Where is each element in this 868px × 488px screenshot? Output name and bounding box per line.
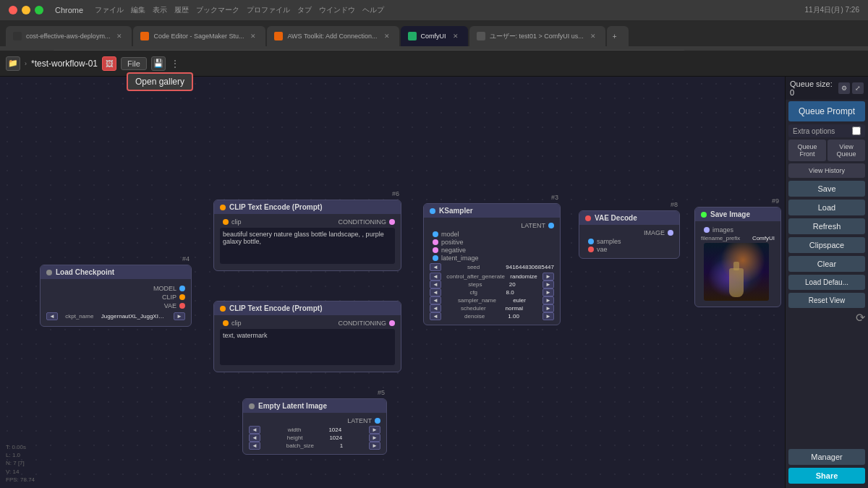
node-id-8: #8 — [671, 201, 678, 208]
model-connector — [179, 286, 185, 291]
node-body-checkpoint: MODEL CLIP VAE ◄ ckpt_name JuggernautXL_… — [41, 279, 191, 326]
node-header-checkpoint: Load Checkpoint — [41, 265, 191, 279]
width-prev[interactable]: ◄ — [249, 426, 260, 434]
denoise-prev[interactable]: ◄ — [430, 312, 441, 320]
height-prev[interactable]: ◄ — [249, 434, 260, 442]
latent-output — [375, 418, 380, 424]
tab-github[interactable]: cost-effective-aws-deploym... ✕ — [6, 26, 132, 46]
minimize-button[interactable] — [22, 6, 30, 14]
load-button[interactable]: Load — [788, 200, 865, 215]
queue-prompt-button[interactable]: Queue Prompt — [788, 101, 865, 121]
denoise-next[interactable]: ► — [542, 312, 554, 320]
node-title-checkpoint: Load Checkpoint — [56, 268, 114, 276]
node-dot-ksampler — [430, 208, 435, 214]
tab-close-comfy[interactable]: ✕ — [451, 31, 461, 41]
node-id-6: #6 — [392, 190, 399, 197]
extra-options-checkbox[interactable] — [852, 127, 861, 135]
node-vae-decode[interactable]: #8 VAE Decode IMAGE samples vae — [579, 210, 680, 259]
gallery-tooltip: Open gallery — [127, 72, 193, 91]
steps-next[interactable]: ► — [542, 281, 554, 288]
save-workflow-icon[interactable]: 💾 — [151, 56, 166, 71]
close-button[interactable] — [9, 6, 17, 14]
seed-prev[interactable]: ◄ — [430, 263, 441, 271]
sampler-next[interactable]: ► — [542, 296, 554, 304]
node-ksampler[interactable]: #3 KSampler LATENT model positive negati… — [423, 203, 561, 325]
cfg-prev[interactable]: ◄ — [430, 288, 441, 296]
scheduler-prev[interactable]: ◄ — [430, 304, 441, 312]
batch-next[interactable]: ► — [369, 442, 380, 450]
save-button[interactable]: Save — [788, 181, 865, 197]
tab-close-sagemaker[interactable]: ✕ — [248, 31, 258, 41]
k-positive — [433, 239, 438, 245]
clear-button[interactable]: Clear — [788, 256, 865, 272]
tab-sagemaker[interactable]: Code Editor - SageMaker Stu... ✕ — [133, 26, 265, 46]
height-next[interactable]: ► — [369, 434, 380, 442]
width-next[interactable]: ► — [369, 426, 380, 434]
debug-fps: FPS: 78.74 — [6, 476, 35, 484]
folder-icon[interactable]: 📁 — [6, 56, 20, 71]
clipspace-button[interactable]: Clipspace — [788, 237, 865, 253]
queue-front-button[interactable]: Queue Front — [788, 140, 826, 161]
reset-view-button[interactable]: Reset View — [788, 293, 865, 308]
tab-label-user: ユーザー: test01 > ComfyUI us... — [490, 32, 584, 41]
ckpt-prev[interactable]: ◄ — [46, 312, 58, 320]
tab-favicon-aws — [274, 32, 283, 40]
filename-row: filename_prefix ComfyUI — [701, 235, 775, 241]
view-history-button[interactable]: View History — [788, 163, 865, 178]
node-empty-latent[interactable]: #5 Empty Latent Image LATENT ◄ width 102… — [242, 398, 387, 455]
queue-header: Queue size: 0 ⚙ ⤢ — [786, 77, 868, 100]
sampler-prev[interactable]: ◄ — [430, 296, 441, 304]
node-save-image[interactable]: #9 Save Image images filename_prefix Com… — [694, 207, 781, 307]
tab-comfyui[interactable]: ComfyUI ✕ — [401, 26, 468, 46]
scheduler-next[interactable]: ► — [542, 304, 554, 312]
clip2-text[interactable]: text, watermark — [220, 329, 395, 365]
expand-icon[interactable]: ⤢ — [852, 82, 864, 94]
node-load-checkpoint[interactable]: #4 Load Checkpoint MODEL CLIP VAE — [40, 265, 192, 327]
k-latent — [433, 255, 438, 261]
tab-new[interactable]: + — [607, 26, 629, 46]
view-queue-button[interactable]: View Queue — [827, 140, 865, 161]
steps-prev[interactable]: ◄ — [430, 281, 441, 288]
node-id-3: #3 — [551, 194, 558, 201]
node-clip-encode-1[interactable]: #6 CLIP Text Encode (Prompt) clip CONDIT… — [213, 200, 401, 271]
node-header-vae: VAE Decode — [579, 211, 679, 225]
node-id-5: #5 — [378, 389, 385, 396]
more-options-icon[interactable]: ⋮ — [170, 58, 180, 69]
gallery-icon[interactable]: 🖼 — [102, 56, 116, 71]
image-preview — [704, 243, 769, 301]
manager-button[interactable]: Manager — [788, 449, 865, 465]
ckpt-row: ◄ ckpt_name JuggernautXL_JuggXIByRun... … — [46, 312, 185, 320]
tab-close-user[interactable]: ✕ — [588, 31, 598, 41]
clip1-text[interactable]: beautiful scenery nature glass bottle la… — [220, 228, 395, 264]
node-dot-save — [701, 212, 707, 218]
settings-icon[interactable]: ⚙ — [838, 82, 850, 94]
canvas-area[interactable]: #4 Load Checkpoint MODEL CLIP VAE — [0, 77, 785, 488]
node-body-vae: IMAGE samples vae — [579, 225, 679, 258]
file-button[interactable]: File — [121, 57, 147, 70]
ckpt-next[interactable]: ► — [174, 312, 185, 320]
node-dot-clip2 — [220, 306, 226, 312]
main-area: #4 Load Checkpoint MODEL CLIP VAE — [0, 77, 868, 488]
refresh-button[interactable]: Refresh — [788, 218, 865, 234]
clip2-output-connector — [389, 320, 395, 326]
debug-l: L: 1.0 — [6, 451, 35, 459]
node-header-save: Save Image — [695, 207, 780, 221]
tab-close-aws[interactable]: ✕ — [382, 31, 392, 41]
node-dot-checkpoint — [46, 270, 52, 275]
maximize-button[interactable] — [35, 6, 43, 14]
tab-user[interactable]: ユーザー: test01 > ComfyUI us... ✕ — [469, 26, 605, 46]
node-title-ksampler: KSampler — [439, 207, 473, 215]
node-clip-encode-2[interactable]: CLIP Text Encode (Prompt) clip CONDITION… — [213, 301, 401, 372]
tab-aws-toolkit[interactable]: AWS Toolkit: Add Connection... ✕ — [267, 26, 399, 46]
cfg-next[interactable]: ► — [542, 288, 554, 296]
share-button[interactable]: Share — [788, 468, 865, 484]
menu-bar: ファイル 編集 表示 履歴 ブックマーク プロファイル タブ ウインドウ ヘルプ — [95, 5, 384, 15]
batch-prev[interactable]: ◄ — [249, 442, 260, 450]
control-next[interactable]: ► — [542, 273, 554, 281]
control-prev[interactable]: ◄ — [430, 273, 441, 281]
node-dot-vae — [585, 215, 591, 221]
node-title-clip1: CLIP Text Encode (Prompt) — [229, 203, 323, 211]
tab-close-github[interactable]: ✕ — [114, 31, 124, 41]
load-default-button[interactable]: Load Defau... — [788, 275, 865, 290]
date-time: 11月4日(月) 7:26 — [804, 5, 859, 15]
